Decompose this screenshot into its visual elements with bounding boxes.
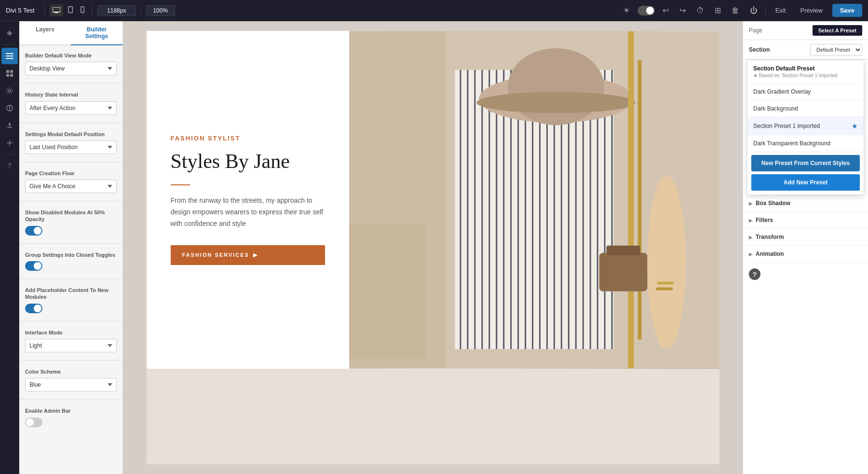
divider-7 [19, 321, 122, 321]
preset-item-dark-transparent-label: Dark Transparent Background [753, 140, 830, 147]
add-module-btn[interactable]: ✚ [1, 25, 18, 42]
disabled-modules-toggle[interactable] [25, 226, 42, 236]
placeholder-content-section: Add Placeholder Content To New Modules [19, 280, 122, 320]
help-icon-btn[interactable]: ? [1, 157, 18, 174]
dark-mode-toggle[interactable] [637, 6, 655, 15]
viewport-width[interactable]: 1188px [97, 5, 136, 16]
right-section-row: Section Default Preset [743, 40, 868, 60]
select-preset-btn[interactable]: Select A Preset [813, 25, 862, 36]
svg-rect-48 [657, 282, 674, 285]
preset-item-section-default[interactable]: Section Default Preset ★ Based on: Secti… [747, 60, 864, 84]
color-scheme-label: Color Scheme [25, 368, 117, 375]
topbar: Divi 5 Test 1188px 100% ☀ ↩ ↪ ⏱ ⊞ 🗑 ⏻ Ex… [0, 0, 868, 21]
hero-image [349, 31, 719, 369]
theme-icon-btn[interactable] [1, 100, 18, 116]
svg-point-3 [70, 12, 70, 12]
tab-layers[interactable]: Layers [19, 21, 71, 45]
zoom-level[interactable]: 100% [146, 5, 175, 16]
svg-rect-9 [6, 70, 9, 73]
view-mode-select[interactable]: Desktop View Tablet View Phone View [25, 62, 117, 75]
modal-position-select[interactable]: Last Used Position Default [25, 140, 117, 154]
topbar-separator-3 [141, 6, 141, 15]
admin-bar-toggle[interactable] [25, 418, 42, 427]
group-settings-toggle-row [25, 261, 117, 271]
disabled-modules-toggle-row [25, 226, 117, 236]
trash-btn[interactable]: 🗑 [729, 4, 742, 17]
topbar-separator-4 [765, 6, 766, 15]
placeholder-content-label: Add Placeholder Content To New Modules [25, 287, 117, 301]
svg-point-47 [647, 176, 686, 349]
plus-icon-btn[interactable] [1, 135, 18, 151]
add-new-preset-btn[interactable]: Add New Preset [751, 174, 860, 191]
svg-rect-1 [55, 12, 58, 13]
right-panel-top: Page Select A Preset [743, 21, 868, 40]
placeholder-content-toggle[interactable] [25, 304, 42, 313]
tablet-view-btn[interactable] [65, 4, 76, 16]
history-btn[interactable]: ⏱ [693, 4, 707, 17]
hero-eyebrow: FASHION STYLIST [171, 135, 325, 142]
preview-btn[interactable]: Preview [795, 5, 827, 16]
hero-section: FASHION STYLIST Styles By Jane From the … [147, 31, 719, 369]
preset-item-section-default-title: Section Default Preset [753, 65, 858, 72]
tab-builder-settings[interactable]: Builder Settings [71, 21, 122, 45]
portability-icon-btn[interactable] [1, 117, 18, 134]
page-content: FASHION STYLIST Styles By Jane From the … [147, 31, 719, 464]
accordion-animation[interactable]: ▶ Animation [743, 246, 868, 263]
divider-5 [19, 243, 122, 244]
power-btn[interactable]: ⏻ [747, 4, 760, 17]
page-creation-select[interactable]: Give Me A Choice Always Use Builder [25, 180, 117, 193]
group-settings-section: Group Settings Into Closed Toggles [19, 245, 122, 278]
accordion-transform[interactable]: ▶ Transform [743, 229, 868, 246]
group-settings-toggle[interactable] [25, 261, 42, 271]
color-scheme-select[interactable]: Blue Green Red [25, 378, 117, 391]
new-preset-from-current-btn[interactable]: New Preset From Current Styles [751, 155, 860, 171]
page-label[interactable]: Page [749, 27, 762, 34]
topbar-separator-1 [44, 6, 45, 15]
undo-btn[interactable]: ↩ [660, 4, 672, 17]
preset-item-dark-gradient-label: Dark Gradient Overlay [753, 88, 811, 95]
redo-btn[interactable]: ↪ [677, 4, 689, 17]
exit-btn[interactable]: Exit [771, 5, 791, 16]
svg-point-5 [82, 12, 82, 12]
save-btn[interactable]: Save [832, 4, 862, 17]
layers-btn[interactable] [1, 48, 18, 64]
divider-8 [19, 360, 122, 361]
hero-cta-btn[interactable]: FASHION SERVICES ▶ [171, 245, 325, 265]
desktop-view-btn[interactable] [50, 4, 63, 16]
hero-left: FASHION STYLIST Styles By Jane From the … [147, 31, 349, 369]
chevron-right-icon-transform: ▶ [749, 235, 753, 240]
placeholder-content-toggle-row [25, 304, 117, 313]
modules-btn[interactable] [1, 65, 18, 82]
interface-mode-select[interactable]: Light Dark [25, 339, 117, 352]
hero-divider [171, 184, 190, 185]
accordion-box-shadow-label: Box Shadow [756, 200, 790, 207]
preset-item-dark-gradient[interactable]: Dark Gradient Overlay [747, 84, 864, 100]
history-interval-label: History State Interval [25, 91, 117, 98]
canvas-inner: FASHION STYLIST Styles By Jane From the … [123, 21, 743, 474]
preset-dropdown: Section Default Preset ★ Based on: Secti… [747, 60, 864, 195]
disabled-modules-label: Show Disabled Modules At 50% Opacity [25, 209, 117, 223]
svg-rect-46 [606, 246, 640, 255]
section-preset-select[interactable]: Default Preset [810, 44, 862, 56]
accordion-filters[interactable]: ▶ Filters [743, 212, 868, 229]
view-mode-buttons [50, 4, 87, 16]
history-interval-select[interactable]: After Every Action Manual [25, 101, 117, 115]
help-question-btn[interactable]: ? [749, 268, 760, 280]
sun-icon-btn[interactable]: ☀ [620, 4, 633, 17]
preset-item-section-preset-1[interactable]: Section Preset 1 imported ★ [747, 117, 864, 135]
layout-btn[interactable]: ⊞ [712, 4, 724, 17]
view-mode-section: Builder Default View Mode Desktop View T… [19, 45, 122, 82]
preset-item-dark-background[interactable]: Dark Background [747, 100, 864, 117]
admin-bar-section: Enable Admin Bar [19, 401, 122, 433]
admin-bar-label: Enable Admin Bar [25, 407, 117, 414]
phone-view-btn[interactable] [78, 4, 87, 16]
settings-icon-btn[interactable] [1, 83, 18, 99]
svg-rect-0 [53, 7, 60, 12]
group-settings-label: Group Settings Into Closed Toggles [25, 251, 117, 258]
canvas: FASHION STYLIST Styles By Jane From the … [123, 21, 743, 474]
modal-position-label: Settings Modal Default Position [25, 131, 117, 138]
preset-item-dark-transparent[interactable]: Dark Transparent Background [747, 135, 864, 152]
accordion-box-shadow[interactable]: ▶ Box Shadow [743, 195, 868, 212]
chevron-right-icon-box-shadow: ▶ [749, 201, 753, 206]
svg-rect-18 [460, 70, 461, 349]
